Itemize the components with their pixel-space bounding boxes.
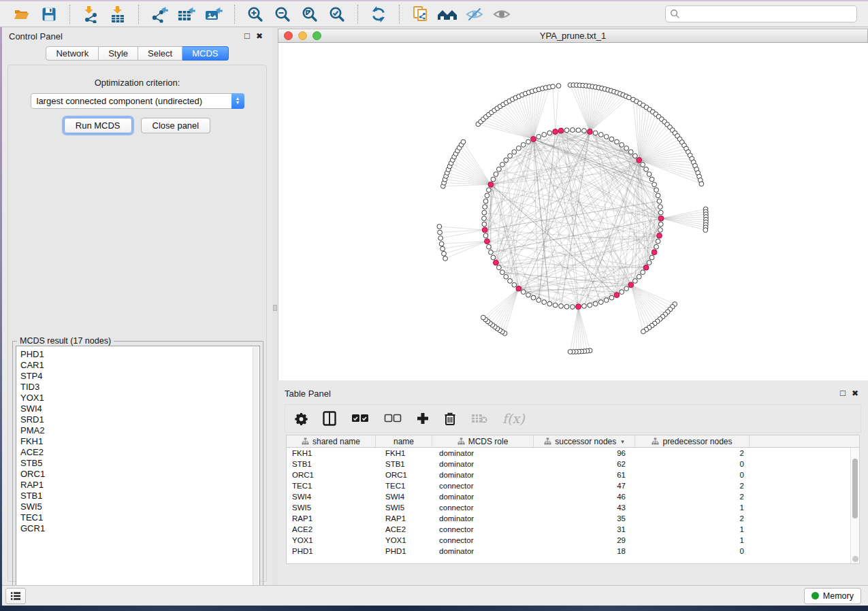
mcds-result-item[interactable]: STB5 — [16, 458, 259, 469]
ring-node[interactable] — [500, 270, 504, 275]
ring-node[interactable] — [526, 139, 531, 144]
open-session-button[interactable] — [8, 3, 35, 25]
ring-node[interactable] — [582, 303, 587, 308]
ring-node[interactable] — [531, 295, 536, 300]
mcds-list-scrollbar[interactable] — [253, 347, 259, 589]
leaf-node[interactable] — [556, 84, 561, 88]
ring-node[interactable] — [491, 177, 496, 182]
mcds-node[interactable] — [652, 250, 657, 255]
mcds-node[interactable] — [587, 129, 592, 135]
table-row[interactable]: FKH1FKH1dominator962 — [287, 448, 850, 459]
ring-node[interactable] — [508, 154, 513, 159]
column-header-predecessor-nodes[interactable]: predecessor nodes — [635, 435, 750, 447]
ring-node[interactable] — [649, 177, 654, 182]
tab-mcds[interactable]: MCDS — [182, 46, 228, 61]
tab-select[interactable]: Select — [138, 46, 182, 61]
ring-node[interactable] — [604, 298, 609, 303]
ring-node[interactable] — [553, 303, 558, 308]
show-hide-columns-button[interactable] — [323, 411, 336, 426]
leaf-node[interactable] — [641, 329, 645, 334]
ring-node[interactable] — [570, 128, 575, 133]
leaf-node[interactable] — [438, 230, 443, 235]
mcds-node[interactable] — [482, 227, 487, 233]
ring-node[interactable] — [483, 233, 488, 238]
ring-node[interactable] — [559, 303, 564, 308]
mcds-result-item[interactable]: TEC1 — [16, 512, 259, 523]
mcds-result-item[interactable]: ORC1 — [16, 469, 259, 480]
mcds-result-item[interactable]: PHD1 — [16, 349, 259, 360]
ring-node[interactable] — [488, 250, 493, 254]
show-log-console-button[interactable] — [5, 588, 26, 604]
mcds-node[interactable] — [658, 216, 664, 221]
ring-node[interactable] — [654, 188, 659, 193]
mcds-result-item[interactable]: TID3 — [16, 382, 259, 393]
ring-node[interactable] — [593, 131, 598, 135]
tab-network[interactable]: Network — [46, 46, 99, 61]
ring-node[interactable] — [654, 244, 659, 249]
mcds-node[interactable] — [614, 293, 620, 298]
ring-node[interactable] — [570, 305, 575, 310]
table-scrollbar-thumb[interactable] — [852, 459, 858, 518]
ring-node[interactable] — [536, 134, 541, 139]
ring-node[interactable] — [658, 222, 663, 227]
mcds-result-item[interactable]: STP4 — [16, 371, 259, 382]
ring-node[interactable] — [620, 143, 624, 148]
table-mode-gear-button[interactable] — [295, 412, 308, 425]
table-row[interactable]: SWI5SWI5connector431 — [287, 502, 850, 513]
ring-node[interactable] — [641, 270, 645, 275]
show-all-button[interactable] — [488, 3, 515, 25]
delete-table-button[interactable] — [471, 413, 487, 424]
ring-node[interactable] — [486, 188, 491, 193]
export-table-button[interactable] — [173, 3, 200, 25]
ring-node[interactable] — [624, 286, 629, 291]
ring-node[interactable] — [497, 167, 502, 171]
export-network-button[interactable] — [146, 3, 173, 25]
ring-node[interactable] — [564, 128, 569, 133]
close-table-panel-icon[interactable]: ✖ — [849, 387, 861, 399]
ring-node[interactable] — [504, 158, 509, 163]
tab-style[interactable]: Style — [99, 46, 138, 61]
table-row[interactable]: PHD1PHD1dominator180 — [287, 546, 850, 557]
mcds-node[interactable] — [494, 260, 499, 265]
ring-node[interactable] — [536, 298, 541, 303]
delete-columns-button[interactable] — [444, 412, 456, 425]
ring-node[interactable] — [604, 134, 609, 139]
table-row[interactable]: ACE2ACE2connector311 — [287, 524, 850, 535]
table-row[interactable]: STB1STB1dominator620 — [287, 459, 850, 469]
leaf-node[interactable] — [440, 246, 445, 251]
ring-node[interactable] — [486, 244, 491, 249]
leaf-node[interactable] — [481, 315, 485, 320]
ring-node[interactable] — [644, 167, 649, 171]
ring-node[interactable] — [512, 282, 517, 287]
ring-node[interactable] — [624, 146, 629, 150]
leaf-node[interactable] — [568, 350, 573, 354]
ring-node[interactable] — [521, 290, 526, 295]
ring-node[interactable] — [542, 300, 547, 305]
leaf-node[interactable] — [438, 236, 443, 241]
leaf-node[interactable] — [461, 139, 466, 144]
ring-node[interactable] — [483, 199, 488, 203]
mcds-node[interactable] — [637, 157, 642, 163]
ring-node[interactable] — [615, 139, 620, 144]
ring-node[interactable] — [483, 205, 487, 210]
mcds-node[interactable] — [488, 182, 494, 187]
ring-node[interactable] — [576, 128, 581, 133]
ring-node[interactable] — [593, 301, 598, 306]
ring-node[interactable] — [516, 146, 521, 150]
deselect-all-rows-button[interactable] — [384, 414, 402, 423]
ring-node[interactable] — [542, 132, 547, 137]
save-session-button[interactable] — [35, 3, 63, 25]
mcds-result-item[interactable]: PMA2 — [16, 425, 259, 436]
ring-node[interactable] — [649, 255, 654, 260]
hide-selected-button[interactable] — [461, 3, 488, 25]
zoom-fit-button[interactable] — [296, 3, 323, 25]
select-all-rows-button[interactable] — [351, 414, 369, 423]
ring-node[interactable] — [547, 301, 552, 306]
mcds-node[interactable] — [643, 265, 649, 270]
ring-node[interactable] — [658, 228, 662, 233]
ring-node[interactable] — [598, 300, 603, 305]
mcds-result-item[interactable]: RAP1 — [16, 480, 259, 491]
column-header-name[interactable]: name — [376, 435, 432, 447]
refresh-network-button[interactable] — [365, 3, 392, 25]
network-window-titlebar[interactable]: YPA_prune.txt_1 — [278, 29, 868, 43]
